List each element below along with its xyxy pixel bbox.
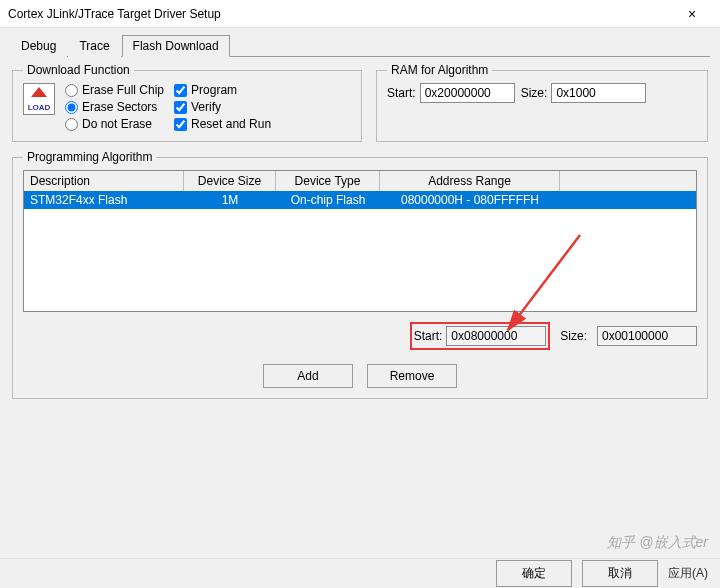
th-description[interactable]: Description [24,171,184,191]
algorithm-table[interactable]: Description Device Size Device Type Addr… [23,170,697,312]
ram-start-input[interactable] [420,83,515,103]
cancel-button[interactable]: 取消 [582,560,658,587]
flash-size-label: Size: [560,329,587,343]
tab-debug[interactable]: Debug [10,35,67,57]
ram-algorithm-legend: RAM for Algorithm [387,63,492,77]
close-icon[interactable]: × [672,6,712,22]
cell-description: STM32F4xx Flash [24,191,184,209]
add-button[interactable]: Add [263,364,353,388]
check-verify[interactable]: Verify [174,100,271,114]
tab-trace[interactable]: Trace [68,35,120,57]
th-device-type[interactable]: Device Type [276,171,380,191]
programming-algorithm-group: Programming Algorithm Description Device… [12,150,708,399]
th-device-size[interactable]: Device Size [184,171,276,191]
download-function-group: Download Function LOAD Erase Full Chip E… [12,63,362,142]
radio-erase-sectors[interactable]: Erase Sectors [65,100,164,114]
th-spacer [560,171,696,191]
remove-button[interactable]: Remove [367,364,457,388]
th-address-range[interactable]: Address Range [380,171,560,191]
ram-algorithm-group: RAM for Algorithm Start: Size: [376,63,708,142]
check-reset-and-run[interactable]: Reset and Run [174,117,271,131]
ram-start-label: Start: [387,86,416,100]
tab-flash-download[interactable]: Flash Download [122,35,230,57]
flash-size-input[interactable] [597,326,697,346]
window-title: Cortex JLink/JTrace Target Driver Setup [8,7,672,21]
programming-algorithm-legend: Programming Algorithm [23,150,156,164]
load-icon: LOAD [23,83,55,115]
radio-do-not-erase[interactable]: Do not Erase [65,117,164,131]
apply-link[interactable]: 应用(A) [668,565,708,582]
cell-device-type: On-chip Flash [276,191,380,209]
download-function-legend: Download Function [23,63,134,77]
check-program[interactable]: Program [174,83,271,97]
flash-start-label: Start: [414,329,443,343]
ram-size-label: Size: [521,86,548,100]
flash-start-highlight: Start: [410,322,551,350]
ram-size-input[interactable] [551,83,646,103]
cell-device-size: 1M [184,191,276,209]
cell-address-range: 08000000H - 080FFFFFH [380,191,560,209]
radio-erase-full-chip[interactable]: Erase Full Chip [65,83,164,97]
ok-button[interactable]: 确定 [496,560,572,587]
tab-strip: Debug Trace Flash Download [10,34,710,57]
table-row[interactable]: STM32F4xx Flash 1M On-chip Flash 0800000… [24,191,696,209]
watermark: 知乎 @嵌入式er [607,534,708,552]
flash-start-input[interactable] [446,326,546,346]
